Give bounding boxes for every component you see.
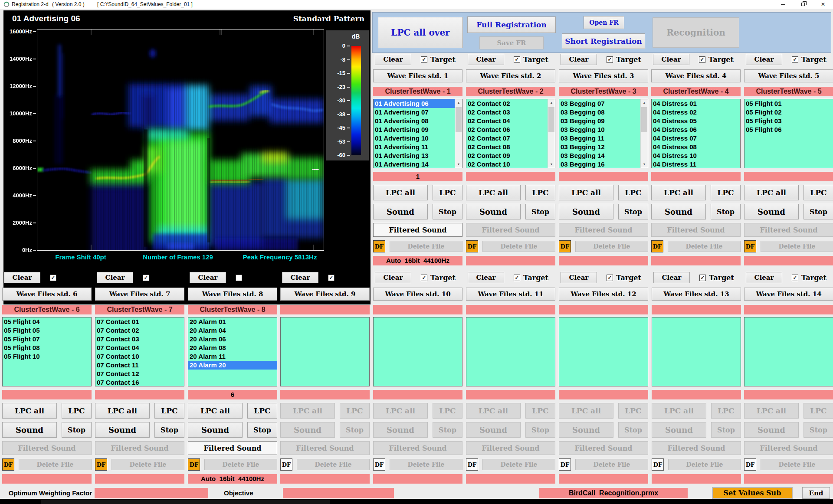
df-button[interactable]: DF	[744, 458, 756, 471]
minimize-button[interactable]	[773, 0, 793, 9]
clear-button[interactable]: Clear	[190, 272, 226, 283]
lpc-button[interactable]: LPC	[803, 403, 833, 419]
wave-files-std-button[interactable]: Wave Files std. 8	[188, 288, 277, 301]
sound-button[interactable]: Sound	[95, 422, 150, 438]
target-checkbox[interactable]: Target	[699, 273, 734, 282]
list-item[interactable]: 01 Advertising 13	[374, 151, 462, 160]
list-item[interactable]: 07 Contact 16	[95, 378, 184, 386]
filtered-sound-button[interactable]: Filtered Sound	[373, 223, 462, 237]
lpc-all-button[interactable]: LPC all	[188, 403, 243, 419]
df-button[interactable]: DF	[466, 458, 478, 471]
list-item[interactable]: 03 Begging 09	[559, 117, 648, 125]
wave-file-list[interactable]: 05 Flight 0405 Flight 0505 Flight 0705 F…	[2, 317, 92, 386]
scroll-thumb[interactable]	[548, 107, 554, 132]
list-item[interactable]: 07 Contact 01	[95, 317, 184, 326]
list-item[interactable]: 02 Contact 07	[466, 134, 555, 143]
lpc-button[interactable]: LPC	[711, 403, 741, 419]
wave-files-std-button[interactable]: Wave Files std. 14	[744, 288, 833, 301]
list-item[interactable]: 03 Begging 16	[559, 160, 648, 168]
filtered-sound-button[interactable]: Filtered Sound	[95, 441, 184, 455]
scroll-down-icon[interactable]: ▼	[641, 161, 648, 168]
list-item[interactable]: 03 Begging 14	[559, 151, 648, 160]
df-button[interactable]: DF	[188, 458, 200, 471]
sound-button[interactable]: Sound	[373, 422, 428, 438]
delete-file-button[interactable]: Delete File	[482, 241, 555, 252]
stop-button[interactable]: Stop	[618, 204, 648, 219]
lpc-button[interactable]: LPC	[618, 403, 648, 419]
sound-button[interactable]: Sound	[373, 204, 428, 219]
scroll-up-icon[interactable]: ▲	[641, 99, 648, 106]
wave-files-std-button[interactable]: Wave Files std. 12	[559, 288, 648, 301]
list-item[interactable]: 03 Begging 12	[559, 143, 648, 151]
lpc-button[interactable]: LPC	[433, 185, 462, 200]
list-item[interactable]: 05 Flight 04	[3, 317, 91, 326]
lpc-all-button[interactable]: LPC all	[2, 403, 57, 419]
clear-button[interactable]: Clear	[468, 272, 504, 283]
full-registration-button[interactable]: Full Registration	[467, 16, 556, 33]
filtered-sound-button[interactable]: Filtered Sound	[652, 441, 741, 455]
recognition-button[interactable]: Recognition	[653, 17, 739, 48]
filtered-sound-button[interactable]: Filtered Sound	[280, 441, 370, 455]
wave-files-std-button[interactable]: Wave Files std. 13	[652, 288, 741, 301]
wave-files-std-button[interactable]: Wave Files std. 2	[466, 69, 555, 82]
list-item[interactable]: 04 Distress 06	[652, 125, 740, 134]
lpc-all-button[interactable]: LPC all	[373, 185, 428, 200]
list-item[interactable]: 04 Distress 05	[652, 117, 740, 125]
clear-button[interactable]: Clear	[468, 54, 504, 65]
lpc-all-button[interactable]: LPC all	[559, 403, 613, 419]
sound-button[interactable]: Sound	[188, 422, 243, 438]
wave-files-std-button[interactable]: Wave Files std. 11	[466, 288, 555, 301]
clear-button[interactable]: Clear	[653, 272, 690, 283]
scroll-thumb[interactable]	[641, 107, 647, 132]
filtered-sound-button[interactable]: Filtered Sound	[744, 441, 833, 455]
delete-file-button[interactable]: Delete File	[390, 241, 462, 252]
set-values-sub-button[interactable]: Set Values Sub	[712, 487, 793, 499]
scroll-down-icon[interactable]: ▼	[455, 161, 462, 168]
sound-button[interactable]: Sound	[466, 204, 521, 219]
filtered-sound-button[interactable]: Filtered Sound	[651, 223, 741, 237]
clear-button[interactable]: Clear	[375, 54, 411, 65]
wave-file-list[interactable]: 02 Contact 0202 Contact 0302 Contact 040…	[466, 99, 555, 168]
list-item[interactable]: 05 Flight 01	[744, 99, 833, 108]
save-fr-button[interactable]: Save FR	[479, 36, 544, 49]
filtered-sound-button[interactable]: Filtered Sound	[466, 441, 555, 455]
clear-button[interactable]: Clear	[282, 272, 318, 283]
lpc-all-button[interactable]: LPC all	[744, 403, 799, 419]
close-button[interactable]: ✕	[813, 0, 833, 9]
sound-button[interactable]: Sound	[744, 204, 799, 219]
list-item[interactable]: 01 Advertising 08	[374, 117, 462, 125]
list-item[interactable]: 07 Contact 03	[95, 335, 184, 344]
lpc-button[interactable]: LPC	[525, 403, 555, 419]
list-item[interactable]: 01 Advertising 10	[374, 134, 462, 143]
stop-button[interactable]: Stop	[711, 422, 741, 438]
list-item[interactable]: 20 Alarm 11	[188, 352, 277, 361]
target-checkbox[interactable]: Target	[143, 273, 177, 282]
wave-file-list[interactable]: 20 Alarm 0120 Alarm 0420 Alarm 0620 Alar…	[188, 317, 277, 386]
lpc-all-button[interactable]: LPC all	[651, 185, 706, 200]
stop-button[interactable]: Stop	[433, 204, 462, 219]
wave-files-std-button[interactable]: Wave Files std. 10	[373, 288, 462, 301]
lpc-button[interactable]: LPC	[154, 403, 184, 419]
restore-button[interactable]	[793, 0, 813, 9]
list-item[interactable]: 05 Flight 06	[744, 125, 833, 134]
sound-button[interactable]: Sound	[559, 204, 613, 219]
clear-button[interactable]: Clear	[561, 54, 597, 65]
filtered-sound-button[interactable]: Filtered Sound	[559, 223, 648, 237]
list-item[interactable]: 03 Begging 08	[559, 108, 648, 117]
lpc-button[interactable]: LPC	[525, 185, 555, 200]
sound-button[interactable]: Sound	[651, 204, 706, 219]
wave-file-list[interactable]: 05 Flight 0105 Flight 0205 Flight 0305 F…	[744, 99, 833, 168]
lpc-button[interactable]: LPC	[433, 403, 462, 419]
wave-file-list[interactable]	[652, 317, 741, 386]
lpc-all-button[interactable]: LPC all	[744, 185, 799, 200]
wave-files-std-button[interactable]: Wave Files std. 4	[651, 69, 741, 82]
delete-file-button[interactable]: Delete File	[297, 459, 370, 470]
list-item[interactable]: 20 Alarm 08	[188, 344, 277, 352]
target-checkbox[interactable]: Target	[421, 55, 456, 64]
short-registration-button[interactable]: Short Registration	[562, 33, 645, 49]
df-button[interactable]: DF	[373, 458, 385, 471]
delete-file-button[interactable]: Delete File	[761, 241, 833, 252]
lpc-all-over-button[interactable]: LPC all over	[378, 17, 463, 48]
stop-button[interactable]: Stop	[803, 204, 833, 219]
clear-button[interactable]: Clear	[561, 272, 597, 283]
